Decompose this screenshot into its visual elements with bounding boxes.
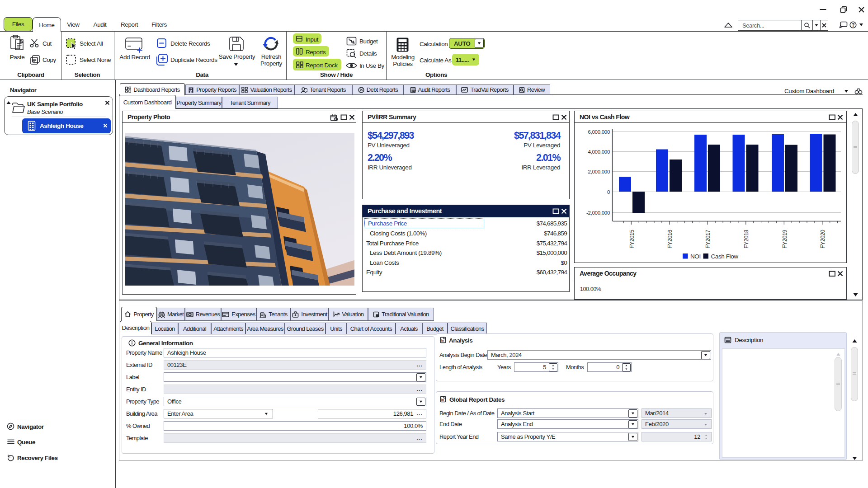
svg-text:In: In [441, 339, 444, 342]
svg-text:?: ? [852, 23, 854, 28]
svg-text:NOI: NOI [690, 253, 701, 260]
svg-text:In: In [441, 398, 444, 401]
svg-text:FY2018: FY2018 [743, 230, 750, 249]
svg-text:FY2015: FY2015 [629, 230, 635, 249]
svg-text:FY2019: FY2019 [782, 230, 788, 249]
svg-text:0: 0 [607, 189, 610, 195]
svg-text:4,000,000: 4,000,000 [588, 149, 610, 155]
svg-text:FY2017: FY2017 [705, 230, 711, 249]
svg-text:2,000,000: 2,000,000 [588, 169, 610, 174]
svg-text:FY2020: FY2020 [820, 230, 826, 249]
svg-text:Cash Flow: Cash Flow [711, 253, 739, 260]
svg-text:6,000,000: 6,000,000 [588, 129, 610, 135]
svg-text:-2,000,000: -2,000,000 [586, 210, 610, 216]
svg-text:FY2016: FY2016 [667, 230, 673, 249]
